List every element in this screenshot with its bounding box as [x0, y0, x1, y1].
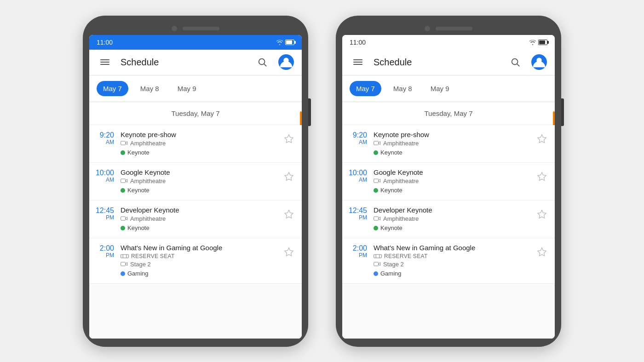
battery-icon — [538, 40, 547, 45]
phone-1: 11:00 Schedule — [83, 16, 308, 347]
date-tab-may-7[interactable]: May 7 — [350, 81, 381, 96]
svg-marker-6 — [285, 172, 293, 180]
svg-marker-4 — [285, 134, 293, 142]
date-tab-may-8[interactable]: May 8 — [134, 81, 166, 96]
event-time: 9:20 AM — [348, 131, 369, 145]
avatar-button[interactable] — [278, 54, 294, 70]
svg-marker-22 — [538, 210, 546, 218]
date-tab-may-9[interactable]: May 9 — [424, 81, 456, 96]
schedule-item[interactable]: 9:20 AM Keynote pre-show Amphitheatre Ke… — [342, 125, 555, 163]
tag-dot — [121, 226, 125, 230]
svg-rect-23 — [374, 254, 382, 258]
event-tag: Keynote — [374, 224, 402, 231]
venue-name: Amphitheatre — [130, 178, 166, 184]
svg-rect-3 — [121, 141, 126, 145]
event-tag: Gaming — [121, 270, 149, 277]
schedule-item[interactable]: 12:45 PM Developer Keynote Amphitheatre … — [342, 201, 555, 238]
phone-inner: 11:00 Schedule — [89, 35, 302, 339]
star-icon — [284, 247, 294, 257]
event-content: Google Keynote Amphitheatre Keynote — [374, 168, 531, 195]
favorite-button[interactable] — [535, 208, 548, 221]
event-tag: Keynote — [121, 187, 150, 194]
event-title: Keynote pre-show — [121, 131, 278, 138]
venue-name: Amphitheatre — [383, 178, 419, 184]
schedule-item[interactable]: 10:00 AM Google Keynote Amphitheatre Key… — [342, 163, 555, 201]
date-tab-may-9[interactable]: May 9 — [171, 81, 203, 96]
video-icon — [121, 261, 128, 267]
video-icon — [374, 261, 381, 267]
svg-rect-12 — [121, 262, 126, 266]
event-content: What's New in Gaming at Google RESERVE S… — [121, 244, 278, 278]
schedule-item[interactable]: 10:00 AM Google Keynote Amphitheatre Key… — [89, 163, 302, 201]
video-icon — [121, 140, 128, 146]
event-title: What's New in Gaming at Google — [121, 244, 278, 252]
status-time: 11:00 — [97, 39, 113, 46]
star-icon — [284, 134, 294, 144]
favorite-button[interactable] — [282, 132, 295, 145]
event-content: What's New in Gaming at Google RESERVE S… — [374, 244, 531, 278]
tag-dot — [121, 150, 125, 155]
search-button[interactable] — [507, 54, 523, 70]
page-container: 11:00 Schedule — [0, 0, 644, 362]
menu-icon — [353, 59, 362, 65]
menu-button[interactable] — [350, 54, 366, 70]
favorite-button[interactable] — [535, 170, 548, 183]
reserve-icon — [121, 253, 129, 259]
phone-2: 11:00 Schedule — [336, 16, 561, 347]
reserve-label: RESERVE SEAT — [384, 253, 428, 259]
status-icons — [529, 40, 547, 45]
event-content: Google Keynote Amphitheatre Keynote — [121, 168, 278, 195]
venue-name: Amphitheatre — [130, 215, 166, 222]
status-bar: 11:00 — [342, 35, 555, 50]
date-tab-may-7[interactable]: May 7 — [97, 81, 128, 96]
search-button[interactable] — [254, 54, 270, 70]
event-tag: Keynote — [121, 224, 150, 231]
svg-rect-26 — [374, 262, 379, 266]
favorite-button[interactable] — [282, 246, 295, 259]
date-tabs: May 7May 8May 9 — [89, 75, 302, 102]
venue-name: Stage 2 — [383, 261, 404, 268]
menu-button[interactable] — [97, 54, 113, 70]
schedule-item[interactable]: 9:20 AM Keynote pre-show Amphitheatre Ke… — [89, 125, 302, 163]
time-ampm: AM — [348, 139, 367, 145]
tag-label: Keynote — [380, 224, 402, 231]
time-ampm: PM — [348, 215, 367, 220]
tag-dot — [374, 271, 378, 276]
star-icon — [284, 172, 294, 182]
event-content: Developer Keynote Amphitheatre Keynote — [374, 206, 531, 232]
event-venue: Amphitheatre — [374, 178, 531, 184]
svg-marker-18 — [538, 134, 546, 142]
svg-line-1 — [264, 64, 266, 66]
phone-side-button — [561, 98, 564, 126]
favorite-button[interactable] — [282, 170, 295, 183]
svg-rect-5 — [121, 179, 126, 183]
event-title: What's New in Gaming at Google — [374, 244, 531, 252]
schedule-item[interactable]: 12:45 PM Developer Keynote Amphitheatre … — [89, 201, 302, 238]
time-ampm: AM — [95, 177, 114, 183]
favorite-button[interactable] — [535, 132, 548, 145]
app-bar: Schedule — [89, 50, 302, 75]
reserve-icon — [374, 253, 382, 259]
schedule-item[interactable]: 2:00 PM What's New in Gaming at Google R… — [342, 238, 555, 284]
avatar-button[interactable] — [531, 54, 547, 70]
search-icon — [257, 57, 267, 67]
event-time: 10:00 AM — [348, 168, 369, 183]
phone-speaker — [436, 27, 472, 30]
avatar — [278, 54, 294, 70]
date-tab-may-8[interactable]: May 8 — [387, 81, 419, 96]
tag-label: Gaming — [380, 270, 402, 277]
video-icon — [374, 216, 381, 221]
time-ampm: PM — [95, 215, 114, 220]
event-content: Keynote pre-show Amphitheatre Keynote — [374, 131, 531, 157]
time-hour: 2:00 — [348, 244, 367, 253]
reserve-seat-row: RESERVE SEAT — [374, 253, 531, 259]
favorite-button[interactable] — [282, 208, 295, 221]
event-title: Developer Keynote — [374, 206, 531, 214]
event-venue: Amphitheatre — [374, 215, 531, 222]
app-bar-title: Schedule — [374, 57, 500, 68]
schedule-item[interactable]: 2:00 PM What's New in Gaming at Google R… — [89, 238, 302, 284]
star-icon — [537, 247, 547, 257]
time-ampm: PM — [348, 253, 367, 258]
phone-inner: 11:00 Schedule — [342, 35, 555, 339]
favorite-button[interactable] — [535, 246, 548, 259]
